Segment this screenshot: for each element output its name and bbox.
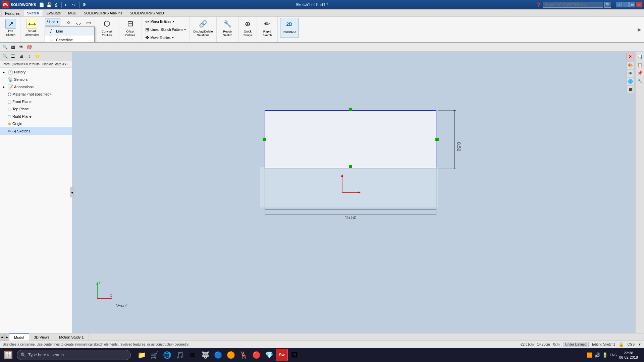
view-orient-btn[interactable]: 🎯 bbox=[25, 44, 33, 51]
expand-ribbon-btn[interactable]: ▶ bbox=[638, 27, 641, 32]
tree-item-sketch1[interactable]: ✏ (-) Sketch1 bbox=[0, 127, 72, 135]
next-tab-btn[interactable]: ▶ bbox=[5, 334, 9, 341]
arc-btn[interactable]: ◡ bbox=[74, 18, 83, 27]
display-relations-btn[interactable]: 🔗 Display/DeleteRelations bbox=[192, 18, 214, 38]
taskbar-diamond[interactable]: 💎 bbox=[263, 349, 275, 361]
tab-features[interactable]: Features bbox=[1, 10, 23, 16]
rp-btn2[interactable]: 📋 bbox=[636, 61, 644, 68]
display-state-btn[interactable]: 👁 bbox=[627, 70, 634, 77]
tree-item-front-plane[interactable]: ◻ Front Plane bbox=[0, 98, 72, 105]
show-desktop-btn[interactable] bbox=[640, 349, 642, 361]
undo-btn[interactable]: ↩ bbox=[63, 1, 70, 8]
close-btn[interactable]: ✕ bbox=[636, 2, 642, 7]
tab-solidworks-mbd[interactable]: SOLIDWORKS MBD bbox=[126, 10, 168, 16]
smart-dimension-btn[interactable]: ⟷ SmartDimension bbox=[22, 18, 42, 38]
tree-item-origin[interactable]: ⊕ Origin bbox=[0, 120, 72, 127]
instant2d-btn[interactable]: 2D Instant2D bbox=[280, 18, 299, 38]
convert-entities-btn[interactable]: ⬡ ConvertEntities bbox=[97, 18, 116, 38]
taskbar-store[interactable]: 🛒 bbox=[148, 349, 160, 361]
taskbar-mail[interactable]: ✉ bbox=[186, 349, 199, 361]
linear-pattern-btn[interactable]: ⊞ Linear Sketch Pattern ▼ bbox=[144, 26, 188, 33]
rp-btn1[interactable]: 📊 bbox=[636, 53, 644, 60]
status-bar: Sketches a centerline. Use centerlines t… bbox=[0, 341, 644, 348]
taskbar-orange[interactable]: 🟠 bbox=[225, 349, 237, 361]
quick-snaps-btn[interactable]: ⊕ QuickSnaps bbox=[240, 18, 255, 38]
help-btn[interactable]: ? bbox=[616, 2, 622, 7]
mirror-entities-btn[interactable]: ⇔ Mirror Entities ▼ bbox=[144, 18, 188, 25]
panel-sort-btn[interactable]: ↕ bbox=[25, 53, 33, 60]
exit-sketch-btn[interactable]: ↗ ExitSketch bbox=[3, 18, 19, 38]
taskbar-file-explorer[interactable]: 📁 bbox=[136, 349, 148, 361]
rp-btn4[interactable]: 🔧 bbox=[636, 77, 644, 84]
taskbar-wolf[interactable]: 🐺 bbox=[199, 349, 211, 361]
notification-area[interactable]: ENG bbox=[610, 353, 617, 357]
canvas-close-btn[interactable]: ✕ bbox=[627, 53, 634, 60]
coord-z: 0cm bbox=[553, 343, 560, 346]
taskbar-deer[interactable]: 🦌 bbox=[237, 349, 250, 361]
part-title: Part1 (Default<<Default>_Display State-1… bbox=[0, 61, 72, 68]
scene-btn[interactable]: 🌐 bbox=[627, 78, 634, 85]
redo-btn[interactable]: ↪ bbox=[71, 1, 77, 8]
tab-3d-views[interactable]: 3D Views bbox=[29, 334, 54, 341]
view-sel-btn[interactable]: ▦ bbox=[9, 44, 17, 51]
line-btn[interactable]: / Line ▼ bbox=[45, 18, 60, 25]
status-dropdown-btn[interactable]: ▼ bbox=[638, 343, 641, 346]
mirror-group: ⇔ Mirror Entities ▼ ⊞ Linear Sketch Patt… bbox=[142, 17, 190, 42]
taskbar-photos[interactable]: 🖼 bbox=[288, 349, 301, 361]
taskbar-apps: 📁 🛒 🌐 🎵 ✉ 🐺 🔵 🟠 🦌 🔴 💎 Sw 🖼 bbox=[136, 349, 301, 361]
tab-sketch[interactable]: Sketch bbox=[23, 10, 43, 16]
save-btn[interactable]: 💾 bbox=[46, 1, 52, 8]
minimize-btn[interactable]: — bbox=[623, 2, 629, 7]
taskbar-chrome[interactable]: 🔵 bbox=[212, 349, 224, 361]
rect-btn[interactable]: ▭ bbox=[84, 18, 93, 27]
repair-sketch-btn[interactable]: 🔧 RepairSketch bbox=[219, 18, 236, 38]
eng-text: ENG bbox=[610, 353, 617, 357]
options-btn[interactable]: ⚙ bbox=[81, 1, 88, 8]
axis-indicator: Y X bbox=[92, 279, 112, 303]
taskbar-edge[interactable]: 🌐 bbox=[161, 349, 173, 361]
tree-item-sensors[interactable]: 📡 Sensors bbox=[0, 76, 72, 83]
svg-rect-1 bbox=[260, 167, 438, 207]
prev-tab-btn[interactable]: ◀ bbox=[0, 334, 5, 341]
tab-mbd[interactable]: MBD bbox=[64, 10, 80, 16]
tree-item-top-plane[interactable]: ◻ Top Plane bbox=[0, 105, 72, 113]
move-entities-btn[interactable]: ✥ Move Entities ▼ bbox=[144, 34, 188, 41]
taskbar-red[interactable]: 🔴 bbox=[250, 349, 262, 361]
offset-entities-btn[interactable]: ⊟ OffsetEntities bbox=[121, 18, 140, 38]
panel-star-btn[interactable]: ⭐ bbox=[34, 53, 41, 60]
line-option[interactable]: / Line bbox=[45, 27, 94, 36]
circle-btn[interactable]: ○ bbox=[64, 18, 73, 27]
centerline-option[interactable]: - - Centerline bbox=[45, 36, 94, 43]
restore-btn[interactable]: ▭ bbox=[629, 2, 635, 7]
taskbar-media[interactable]: 🎵 bbox=[174, 349, 186, 361]
tree-item-right-plane[interactable]: ◻ Right Plane bbox=[0, 113, 72, 120]
decals-btn[interactable]: 🔳 bbox=[627, 86, 634, 93]
search-btn[interactable]: 🔍 bbox=[604, 2, 611, 8]
panel-grid-btn[interactable]: ⊞ bbox=[17, 53, 25, 60]
tree-item-history[interactable]: ▶ 🕐 History bbox=[0, 68, 72, 76]
tree-item-material[interactable]: ⬡ Material <not specified> bbox=[0, 90, 72, 98]
appearance-btn[interactable]: 🎨 bbox=[627, 62, 634, 69]
panel-filter-btn[interactable]: 🔍 bbox=[1, 53, 9, 60]
print-btn[interactable]: 🖨 bbox=[53, 1, 60, 8]
rp-btn3[interactable]: 📌 bbox=[636, 69, 644, 76]
tab-motion-study[interactable]: Motion Study 1 bbox=[54, 334, 89, 341]
start-btn[interactable]: 🪟 bbox=[2, 349, 14, 361]
svg-text:X: X bbox=[110, 294, 112, 298]
canvas-area[interactable]: 8.50 15.50 bbox=[72, 52, 635, 333]
tab-evaluate[interactable]: Evaluate bbox=[43, 10, 65, 16]
panel-list-btn[interactable]: ☰ bbox=[9, 53, 17, 60]
panel-collapse-handle[interactable]: ◀ bbox=[70, 187, 74, 197]
taskbar-solidworks-app[interactable]: Sw bbox=[276, 349, 288, 361]
show-hide-btn[interactable]: 👁 bbox=[17, 44, 25, 51]
search-input[interactable] bbox=[543, 2, 603, 8]
rapid-sketch-btn[interactable]: ✏ RapidSketch bbox=[259, 18, 276, 38]
tree-item-annotations[interactable]: ▶ 📝 Annotations bbox=[0, 83, 72, 90]
new-file-btn[interactable]: 📄 bbox=[38, 1, 45, 8]
clock-area[interactable]: 22:38 06-02-2018 bbox=[619, 351, 638, 359]
taskbar-search[interactable]: 🔍 Type here to search bbox=[17, 350, 131, 360]
tab-addins[interactable]: SOLIDWORKS Add-Ins bbox=[80, 10, 126, 16]
svg-rect-2 bbox=[265, 110, 436, 169]
filter-btn[interactable]: 🔍 bbox=[1, 44, 9, 51]
tab-model[interactable]: Model bbox=[9, 334, 29, 341]
